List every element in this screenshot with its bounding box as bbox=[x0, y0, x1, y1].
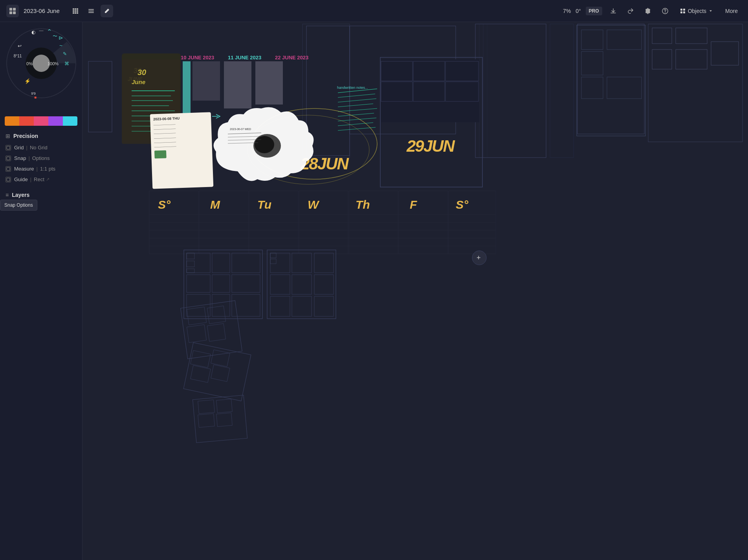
wheel-svg: 0% 100% ~ ✎ ⌘ ↩ 8°11 ■ 9'9 ◐ — ⌃ 〜 ⊳ bbox=[4, 26, 79, 101]
measure-checkbox[interactable] bbox=[6, 166, 11, 172]
rotation-value[interactable]: 0° bbox=[576, 8, 581, 14]
svg-rect-156 bbox=[187, 325, 206, 343]
guide-checkbox-icon bbox=[6, 178, 10, 182]
svg-text:⌃: ⌃ bbox=[46, 28, 51, 35]
svg-line-87 bbox=[338, 104, 373, 107]
paper-note-content: ———————— ———————— ———————— ———————— ————… bbox=[153, 121, 209, 159]
grid-view-button[interactable] bbox=[69, 5, 82, 17]
svg-text:2023-06-07 WED: 2023-06-07 WED bbox=[230, 128, 251, 130]
color-palette[interactable] bbox=[5, 116, 77, 126]
svg-rect-18 bbox=[683, 9, 685, 11]
measure-label[interactable]: Measure bbox=[14, 166, 34, 172]
svg-rect-46 bbox=[475, 24, 546, 158]
svg-line-89 bbox=[338, 113, 374, 116]
svg-rect-160 bbox=[211, 350, 230, 367]
svg-rect-8 bbox=[75, 10, 76, 12]
grid-separator: | bbox=[26, 145, 28, 151]
svg-rect-104 bbox=[607, 30, 642, 50]
svg-rect-15 bbox=[88, 12, 94, 13]
svg-line-85 bbox=[338, 94, 375, 97]
snap-checkbox[interactable] bbox=[6, 156, 11, 161]
color-swatch-cyan[interactable] bbox=[63, 116, 77, 126]
measure-checkbox-icon bbox=[6, 167, 10, 171]
measure-value[interactable]: 1:1 pts bbox=[40, 166, 55, 172]
svg-rect-133 bbox=[212, 275, 230, 292]
svg-rect-161 bbox=[191, 365, 211, 383]
svg-rect-11 bbox=[75, 12, 76, 14]
color-swatch-orange[interactable] bbox=[5, 116, 19, 126]
color-swatch-purple[interactable] bbox=[48, 116, 63, 126]
help-button[interactable] bbox=[659, 5, 671, 17]
guide-value[interactable]: Rect bbox=[34, 176, 44, 182]
snap-value[interactable]: Options bbox=[32, 155, 50, 161]
color-swatch-red[interactable] bbox=[19, 116, 34, 126]
svg-rect-103 bbox=[581, 30, 603, 50]
layers-icon: ≡ bbox=[6, 192, 9, 198]
svg-rect-139 bbox=[187, 261, 194, 267]
snap-checkbox-icon bbox=[6, 156, 10, 160]
svg-rect-17 bbox=[680, 9, 682, 11]
grid-label[interactable]: Grid bbox=[14, 145, 24, 151]
svg-rect-130 bbox=[212, 253, 230, 273]
doc-title[interactable]: 2023-06 June bbox=[24, 7, 60, 14]
objects-button[interactable]: Objects bbox=[676, 6, 717, 16]
more-button[interactable]: More bbox=[721, 6, 742, 16]
svg-rect-41 bbox=[7, 167, 10, 171]
layers-title: Layers bbox=[12, 192, 29, 198]
download-button[interactable] bbox=[607, 5, 620, 17]
header-left: 2023-06 June bbox=[6, 5, 113, 17]
svg-text:M: M bbox=[210, 198, 220, 211]
svg-rect-19 bbox=[680, 11, 682, 13]
grid-value[interactable]: No Grid bbox=[30, 145, 48, 151]
guide-separator: | bbox=[30, 176, 31, 182]
svg-text:■: ■ bbox=[34, 95, 36, 99]
svg-text:29JUN: 29JUN bbox=[406, 137, 455, 155]
snap-item: Snap | Options bbox=[0, 153, 82, 163]
svg-rect-54 bbox=[652, 28, 672, 44]
snap-label[interactable]: Snap bbox=[14, 155, 26, 161]
svg-text:◐: ◐ bbox=[31, 29, 35, 35]
measure-item: Measure | 1:1 pts bbox=[0, 163, 82, 174]
svg-rect-129 bbox=[187, 253, 210, 273]
svg-rect-1 bbox=[13, 8, 16, 11]
guide-label[interactable]: Guide bbox=[14, 176, 28, 182]
svg-rect-68 bbox=[255, 61, 283, 105]
paper-note-date: 2023-06-08 THU bbox=[153, 116, 208, 121]
header: 2023-06 June 7% 0° PRO bbox=[0, 0, 748, 22]
svg-rect-56 bbox=[711, 42, 739, 65]
precision-section-header[interactable]: ⊞ Precision bbox=[0, 129, 82, 142]
svg-rect-57 bbox=[652, 50, 672, 69]
menu-button[interactable] bbox=[85, 5, 97, 17]
pro-badge[interactable]: PRO bbox=[586, 7, 602, 15]
svg-rect-39 bbox=[7, 146, 10, 149]
share-button[interactable] bbox=[624, 5, 637, 17]
sidebar: 0% 100% ~ ✎ ⌘ ↩ 8°11 ■ 9'9 ◐ — ⌃ 〜 ⊳ bbox=[0, 22, 82, 560]
svg-rect-141 bbox=[267, 250, 336, 319]
svg-text:W: W bbox=[308, 198, 320, 211]
app-icon[interactable] bbox=[6, 5, 19, 17]
layers-section-header[interactable]: ≡ Layers bbox=[0, 188, 82, 201]
svg-text:9'9: 9'9 bbox=[31, 92, 36, 95]
svg-text:8°11: 8°11 bbox=[13, 54, 22, 58]
svg-text:⌘: ⌘ bbox=[64, 61, 69, 66]
svg-rect-142 bbox=[270, 253, 290, 273]
svg-text:↩: ↩ bbox=[18, 43, 22, 49]
svg-rect-154 bbox=[187, 307, 206, 325]
zoom-value[interactable]: 7% bbox=[563, 8, 571, 14]
svg-rect-166 bbox=[198, 413, 215, 427]
svg-rect-162 bbox=[211, 365, 230, 382]
objects-label: Objects bbox=[688, 8, 706, 14]
svg-text:〜: 〜 bbox=[53, 33, 57, 39]
color-swatch-pink[interactable] bbox=[34, 116, 48, 126]
guide-checkbox[interactable] bbox=[6, 177, 11, 182]
settings-button[interactable] bbox=[642, 5, 654, 17]
grid-item: Grid | No Grid bbox=[0, 142, 82, 153]
snap-options-tooltip: Snap Options bbox=[0, 200, 37, 211]
svg-rect-159 bbox=[191, 351, 211, 368]
canvas-area[interactable]: 30 JUNE 10 JUNE 2023 11 JUNE 2023 22 JUN… bbox=[82, 22, 748, 560]
grid-checkbox[interactable] bbox=[6, 145, 11, 151]
svg-rect-153 bbox=[181, 301, 242, 359]
svg-rect-132 bbox=[187, 275, 210, 292]
svg-text:0%: 0% bbox=[26, 61, 33, 66]
pencil-button[interactable] bbox=[101, 5, 113, 17]
